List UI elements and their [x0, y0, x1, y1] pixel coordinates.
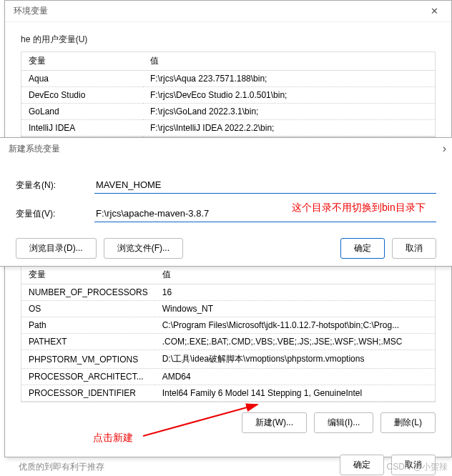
annotation-2: 点击新建: [93, 432, 133, 445]
env-dialog-titlebar: 环境变量 ✕: [5, 1, 451, 22]
table-row[interactable]: OSWindows_NT: [21, 301, 435, 317]
var-name-row: 变量名(N):: [0, 171, 452, 199]
browse-dir-button[interactable]: 浏览目录(D)...: [16, 238, 97, 259]
col-value[interactable]: 值: [143, 52, 435, 71]
sys-vars-table: 变量 值 NUMBER_OF_PROCESSORS16 OSWindows_NT…: [21, 266, 436, 402]
user-vars-label: he 的用户变量(U): [21, 34, 451, 46]
sys-vars-buttons: 新建(W)... 编辑(I)... 删除(L): [5, 412, 436, 433]
col-variable[interactable]: 变量: [21, 266, 155, 284]
close-icon[interactable]: ✕: [426, 4, 443, 18]
table-row[interactable]: PathC:\Program Files\Microsoft\jdk-11.0.…: [21, 317, 435, 334]
table-row[interactable]: PATHEXT.COM;.EXE;.BAT;.CMD;.VBS;.VBE;.JS…: [21, 334, 435, 350]
browse-file-button[interactable]: 浏览文件(F)...: [104, 238, 183, 259]
table-row[interactable]: GoLandF:\rjcs\GoLand 2022.3.1\bin;: [21, 104, 435, 120]
env-dialog-title: 环境变量: [14, 5, 48, 17]
browse-buttons: 浏览目录(D)... 浏览文件(F)...: [16, 238, 183, 259]
user-vars-table: 变量 值 AquaF:\rjcs\Aqua 223.7571.188\bin; …: [21, 51, 436, 137]
background-text: 优质的到即有利于推存: [19, 461, 104, 473]
var-name-input[interactable]: [94, 177, 436, 194]
table-row[interactable]: DevEco StudioF:\rjcs\DevEco Studio 2.1.0…: [21, 87, 435, 104]
delete-button[interactable]: 删除(L): [380, 412, 436, 433]
table-row[interactable]: AquaF:\rjcs\Aqua 223.7571.188\bin;: [21, 71, 435, 87]
table-row[interactable]: PHPSTORM_VM_OPTIONSD:\工具\idea破解脚本\vmopti…: [21, 350, 435, 369]
table-row[interactable]: PROCESSOR_ARCHITECT...AMD64: [21, 369, 435, 385]
ok-button[interactable]: 确定: [340, 455, 384, 475]
cancel-button[interactable]: 取消: [392, 238, 436, 259]
table-row[interactable]: IntelliJ IDEAF:\rjcs\IntelliJ IDEA 2022.…: [21, 120, 435, 137]
table-header-row: 变量 值: [21, 52, 435, 71]
watermark: CSDN @小贺辣: [386, 461, 448, 473]
new-sysvar-titlebar: 新建系统变量 ›: [0, 138, 452, 159]
new-button[interactable]: 新建(W)...: [242, 412, 307, 433]
ok-button[interactable]: 确定: [340, 238, 385, 259]
table-row[interactable]: PROCESSOR_IDENTIFIERIntel64 Family 6 Mod…: [21, 385, 435, 402]
var-name-label: 变量名(N):: [16, 179, 94, 192]
annotation-1: 这个目录不用切换到bin目录下: [292, 202, 426, 214]
col-value[interactable]: 值: [155, 266, 435, 284]
table-header-row: 变量 值: [21, 266, 435, 284]
var-value-label: 变量值(V):: [16, 208, 94, 220]
confirm-buttons: 确定 取消: [340, 238, 436, 259]
expand-icon[interactable]: ›: [443, 142, 446, 155]
edit-button[interactable]: 编辑(I)...: [314, 412, 373, 433]
col-variable[interactable]: 变量: [21, 52, 143, 71]
table-row[interactable]: NUMBER_OF_PROCESSORS16: [21, 284, 435, 301]
new-sysvar-title: 新建系统变量: [9, 143, 60, 155]
